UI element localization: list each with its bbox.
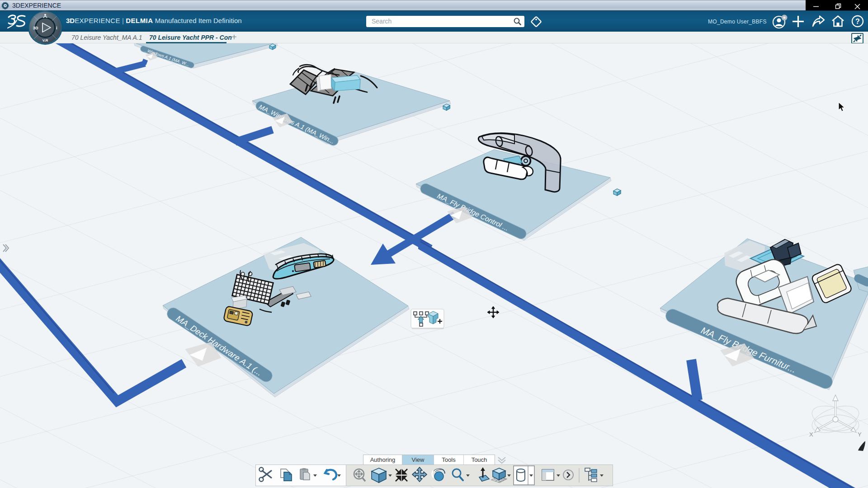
svg-text:Y: Y [858, 431, 862, 438]
svg-text:3D: 3D [33, 26, 38, 30]
svg-text:i: i [56, 26, 57, 30]
svg-text:V.R: V.R [42, 38, 48, 42]
svg-text:?: ? [855, 18, 860, 25]
svg-text:X: X [809, 431, 813, 438]
